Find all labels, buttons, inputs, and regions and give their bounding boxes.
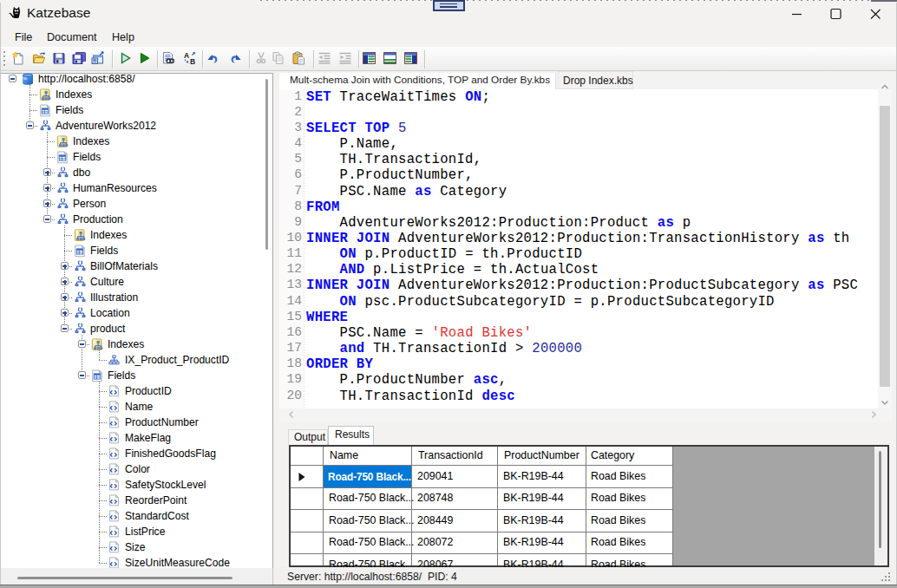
svg-text:B: B [190, 57, 195, 66]
svg-text:A: A [184, 51, 189, 60]
